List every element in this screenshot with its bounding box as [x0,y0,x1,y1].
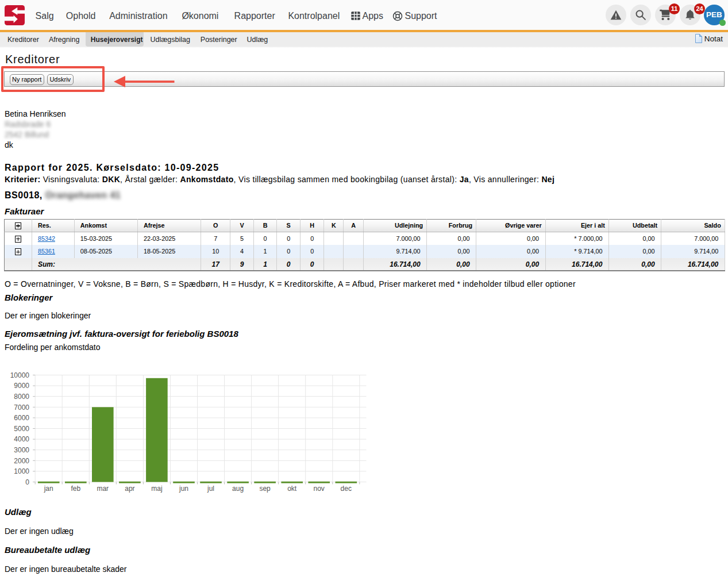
svg-text:8000: 8000 [14,393,29,401]
svg-text:nov: nov [314,485,325,493]
svg-text:2000: 2000 [14,457,29,465]
svg-text:5000: 5000 [14,425,29,433]
svg-text:dec: dec [341,485,352,493]
svg-text:9000: 9000 [14,382,29,390]
svg-text:maj: maj [151,485,162,493]
svg-text:3000: 3000 [14,446,29,454]
svg-text:4000: 4000 [14,435,29,443]
svg-text:mar: mar [97,485,109,493]
svg-text:jun: jun [179,485,188,493]
svg-text:jan: jan [44,485,53,493]
svg-text:feb: feb [71,485,80,493]
svg-text:aug: aug [232,485,244,493]
svg-text:6000: 6000 [14,414,29,422]
svg-text:1000: 1000 [14,467,29,475]
svg-text:okt: okt [287,485,297,493]
svg-text:7000: 7000 [14,404,29,412]
svg-text:10000: 10000 [10,371,30,379]
svg-text:apr: apr [125,485,134,493]
svg-text:sep: sep [259,485,271,493]
svg-text:0: 0 [25,478,29,486]
svg-text:jul: jul [207,485,214,493]
